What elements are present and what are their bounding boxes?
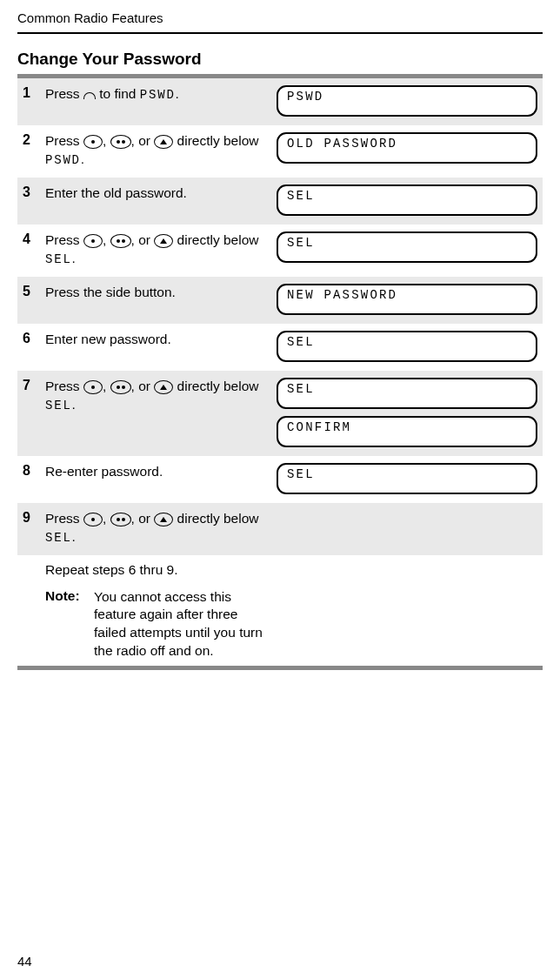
two-dot-button-icon (110, 513, 131, 526)
display-column: SEL (277, 231, 537, 263)
note-row: Note: You cannot access this feature aga… (17, 583, 543, 661)
note-label: Note: (45, 588, 94, 661)
display-column: OLD PASSWORD (277, 132, 537, 164)
lcd-display: SEL (277, 231, 537, 263)
step-text: Press , , or directly below SEL. (45, 231, 277, 268)
step-number: 2 (23, 132, 45, 148)
one-dot-button-icon (83, 234, 103, 248)
repeat-text: Repeat steps 6 thru 9. (17, 555, 543, 583)
display-column: SEL (277, 463, 537, 494)
text-fragment: . (81, 151, 84, 166)
page-number: 44 (17, 954, 32, 969)
text-fragment: , (103, 379, 110, 393)
text-fragment: Press (45, 511, 83, 526)
lcd-display: SEL (277, 378, 537, 409)
text-fragment: . (72, 529, 76, 544)
text-fragment: directly below (177, 511, 259, 526)
lcd-display: SEL (277, 184, 537, 216)
text-fragment: , (103, 511, 110, 526)
text-fragment: , (103, 133, 110, 148)
text-fragment: Press (45, 379, 83, 393)
code-text: SEL (45, 252, 72, 266)
text-fragment: Press (45, 232, 83, 247)
triangle-button-icon (154, 513, 173, 526)
step-row-8: 8 Re-enter password. SEL (17, 456, 543, 503)
triangle-button-icon (154, 135, 173, 149)
text-fragment: directly below (177, 379, 259, 393)
display-column: SEL (277, 184, 537, 216)
step-number: 9 (23, 510, 45, 526)
lcd-display: SEL (277, 463, 537, 494)
text-fragment: . (176, 86, 179, 101)
step-text: Press , , or directly below SEL. (45, 378, 277, 414)
text-fragment: to find (99, 86, 140, 101)
text-fragment: directly below (177, 133, 259, 148)
note-text: You cannot access this feature again aft… (94, 588, 537, 661)
two-dot-button-icon (110, 380, 131, 394)
code-text: SEL (45, 531, 72, 545)
step-row-3: 3 Enter the old password. SEL (17, 178, 543, 225)
triangle-button-icon (154, 234, 173, 248)
step-text: Enter new password. (45, 331, 277, 349)
two-dot-button-icon (110, 135, 131, 149)
step-text: Press , , or directly below SEL. (45, 510, 277, 546)
lcd-display: OLD PASSWORD (277, 132, 537, 164)
step-row-4: 4 Press , , or directly below SEL. SEL (17, 225, 543, 277)
nav-right-icon (83, 92, 96, 99)
lcd-display: NEW PASSWORD (277, 284, 537, 315)
text-fragment: . (72, 397, 76, 412)
step-row-1: 1 Press to find PSWD. PSWD (17, 78, 543, 125)
text-fragment: , or (131, 232, 155, 247)
text-fragment: Press (45, 133, 83, 148)
lcd-display: PSWD (277, 85, 537, 117)
display-column: SEL (277, 331, 537, 362)
step-text: Press the side button. (45, 284, 277, 302)
triangle-button-icon (154, 380, 173, 394)
one-dot-button-icon (83, 380, 103, 394)
code-text: PSWD (45, 153, 81, 167)
header-rule (17, 32, 543, 34)
lcd-display: CONFIRM (277, 416, 537, 447)
text-fragment: , or (131, 379, 155, 393)
step-row-2: 2 Press , , or directly below PSWD. OLD … (17, 125, 543, 178)
bottom-band (17, 666, 543, 670)
one-dot-button-icon (83, 135, 103, 149)
step-number: 4 (23, 231, 45, 247)
text-fragment: . (72, 251, 76, 265)
display-column: SEL CONFIRM (277, 378, 537, 447)
text-fragment: , or (131, 511, 155, 526)
step-text: Re-enter password. (45, 463, 277, 481)
step-row-6: 6 Enter new password. SEL (17, 324, 543, 371)
one-dot-button-icon (83, 513, 103, 526)
text-fragment: directly below (177, 232, 259, 247)
step-number: 7 (23, 378, 45, 393)
lcd-display: SEL (277, 331, 537, 362)
code-text: PSWD (140, 88, 176, 102)
step-number: 5 (23, 284, 45, 299)
text-fragment: , or (131, 133, 155, 148)
step-row-5: 5 Press the side button. NEW PASSWORD (17, 277, 543, 324)
display-column: NEW PASSWORD (277, 284, 537, 315)
step-row-9: 9 Press , , or directly below SEL. (17, 503, 543, 555)
step-text: Press to find PSWD. (45, 85, 277, 104)
code-text: SEL (45, 399, 72, 412)
step-text: Enter the old password. (45, 184, 277, 203)
step-number: 3 (23, 184, 45, 200)
step-text: Press , , or directly below PSWD. (45, 132, 277, 169)
section-header: Common Radio Features (17, 10, 543, 25)
display-column: PSWD (277, 85, 537, 117)
step-row-7: 7 Press , , or directly below SEL. SEL C… (17, 371, 543, 456)
step-number: 8 (23, 463, 45, 479)
two-dot-button-icon (110, 234, 131, 248)
step-number: 6 (23, 331, 45, 346)
text-fragment: , (103, 232, 110, 247)
text-fragment: Press (45, 86, 83, 101)
page-title: Change Your Password (17, 50, 543, 69)
step-number: 1 (23, 85, 45, 101)
